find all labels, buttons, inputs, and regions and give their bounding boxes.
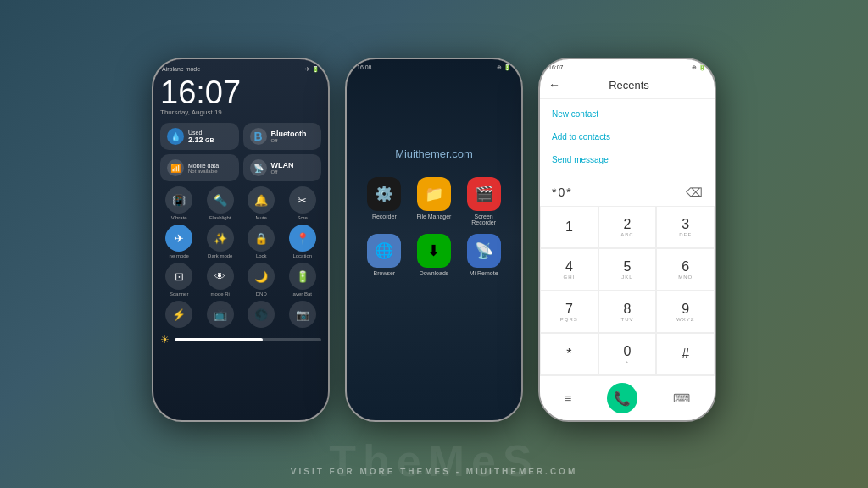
- btn-mute[interactable]: 🔔 Mute: [242, 186, 281, 220]
- left-date: Thursday, August 19: [160, 108, 321, 116]
- back-button[interactable]: ←: [548, 78, 560, 92]
- btn-lock[interactable]: 🔒 Lock: [242, 225, 281, 258]
- right-status-bar: 16:07 ⊕ 🔋: [540, 59, 715, 71]
- dial-key-9[interactable]: 9WXYZ: [656, 291, 715, 333]
- screenshot-icon: 📷: [289, 301, 316, 328]
- tile-wlan[interactable]: 📡 WLAN Off: [243, 154, 322, 181]
- dial-key-8[interactable]: 8TUV: [598, 291, 657, 333]
- menu-new-contact[interactable]: New contact: [540, 103, 715, 125]
- call-button[interactable]: 📞: [607, 383, 637, 413]
- dialed-number: *0*: [552, 186, 573, 199]
- dial-key-hash[interactable]: #: [656, 333, 715, 375]
- cast-icon: 📺: [207, 301, 234, 328]
- tile-mobiledata[interactable]: 📶 Mobile data Not available: [160, 154, 239, 181]
- right-header: ← Recents: [540, 71, 715, 99]
- dial-key-6[interactable]: 6MNO: [656, 248, 715, 291]
- btn-airplane[interactable]: ✈ ne mode: [160, 225, 198, 258]
- middle-screen: 16:08 ⊕ 🔋 Miuithemer.com ⚙️ Recorder 📁 F…: [347, 59, 521, 420]
- miremote-icon: 📡: [467, 234, 501, 268]
- airplane-icon: ✈: [165, 225, 192, 252]
- menu-items: New contact Add to contacts Send message: [540, 99, 715, 175]
- keypad-icon[interactable]: ⌨: [673, 391, 690, 405]
- middle-status-bar: 16:08 ⊕ 🔋: [347, 59, 521, 71]
- menu-send-message[interactable]: Send message: [540, 148, 715, 171]
- brightness-bar[interactable]: [175, 338, 321, 341]
- left-status-left: Airplane mode: [162, 66, 200, 73]
- btn-vibrate[interactable]: 📳 Vibrate: [160, 186, 198, 220]
- brightness-icon: ☀: [160, 334, 170, 346]
- readingmode-icon: 👁: [207, 263, 234, 290]
- recorder-icon: ⚙️: [367, 177, 401, 211]
- watermark: VISIT FOR MORE THEMES - MIUITHEMER.COM: [0, 467, 868, 476]
- icon-grid-row2: ✈ ne mode ✨ Dark mode 🔒 Lock 📍 Location: [160, 225, 321, 258]
- quick-tiles: 💧 Used 2.12 GB B Bluetooth Off 📶: [160, 123, 321, 181]
- app-miremote[interactable]: 📡 Mi Remote: [463, 234, 504, 276]
- mute-icon: 🔔: [248, 186, 275, 214]
- btn-readingmode[interactable]: 👁 mode Ri: [202, 263, 240, 297]
- tile-data-icon: 💧: [167, 128, 184, 145]
- app-downloads[interactable]: ⬇ Downloads: [414, 234, 455, 276]
- delete-button[interactable]: ⌫: [686, 186, 703, 199]
- btn-scanner[interactable]: ⊡ Scanner: [160, 263, 198, 297]
- dialpad: 1 2ABC 3DEF 4GHI 5JKL 6MNO 7PQRS 8TUV 9W…: [540, 206, 715, 375]
- dial-key-1[interactable]: 1: [540, 206, 598, 248]
- screenrecorder-icon: 🎬: [467, 177, 501, 211]
- left-status-right: ✈ 🔋: [305, 66, 320, 73]
- tile-bluetooth[interactable]: B Bluetooth Off: [243, 123, 322, 150]
- btn-power[interactable]: ⚡: [160, 301, 198, 330]
- btn-location[interactable]: 📍 Location: [284, 225, 322, 258]
- filemanager-icon: 📁: [417, 177, 451, 211]
- app-filemanager[interactable]: 📁 File Manager: [414, 177, 455, 225]
- brightness-fill: [175, 338, 263, 341]
- tile-bluetooth-icon: B: [250, 128, 267, 145]
- display-number: *0* ⌫: [540, 179, 715, 206]
- app-screenrecorder[interactable]: 🎬 Screen Recorder: [463, 177, 504, 225]
- tile-data-info: Used 2.12 GB: [188, 130, 214, 144]
- tile-wlan-info: WLAN Off: [271, 161, 294, 175]
- phone-right: 16:07 ⊕ 🔋 ← Recents New contact Add to c…: [538, 58, 716, 422]
- app-folder: ⚙️ Recorder 📁 File Manager 🎬 Screen Reco…: [347, 177, 521, 276]
- phone-middle: 16:08 ⊕ 🔋 Miuithemer.com ⚙️ Recorder 📁 F…: [345, 58, 523, 422]
- btn-screenshot[interactable]: 📷: [284, 301, 322, 330]
- dial-key-7[interactable]: 7PQRS: [540, 291, 598, 333]
- dial-key-2[interactable]: 2ABC: [598, 206, 657, 248]
- btn-battery[interactable]: 🔋 aver Bat: [284, 263, 322, 297]
- btn-dnd[interactable]: 🌙 DND: [242, 263, 281, 297]
- dial-key-5[interactable]: 5JKL: [598, 248, 657, 291]
- battery-icon: 🔋: [289, 263, 316, 290]
- tile-mobiledata-info: Mobile data Not available: [188, 163, 219, 174]
- btn-nightmode[interactable]: 🌑: [242, 301, 281, 330]
- downloads-icon: ⬇: [417, 234, 451, 268]
- btn-flashlight[interactable]: 🔦 Flashlight: [202, 186, 240, 220]
- dial-key-4[interactable]: 4GHI: [540, 248, 598, 291]
- tile-wlan-icon: 📡: [250, 159, 267, 176]
- tile-mobiledata-icon: 📶: [167, 159, 184, 176]
- dial-key-0[interactable]: 0+: [598, 333, 657, 375]
- dial-key-3[interactable]: 3DEF: [656, 206, 715, 248]
- phones-container: Airplane mode ✈ 🔋 16:07 Thursday, August…: [152, 58, 716, 422]
- header-title: Recents: [569, 79, 689, 92]
- brightness-row: ☀: [160, 334, 321, 346]
- menu-icon[interactable]: ≡: [565, 391, 571, 405]
- dial-key-star[interactable]: *: [540, 333, 598, 375]
- icon-grid-row4: ⚡ 📺 🌑 📷: [160, 301, 321, 330]
- lock-icon: 🔒: [248, 225, 275, 252]
- phone-left: Airplane mode ✈ 🔋 16:07 Thursday, August…: [152, 58, 330, 422]
- left-screen: Airplane mode ✈ 🔋 16:07 Thursday, August…: [153, 59, 328, 420]
- app-browser[interactable]: 🌐 Browser: [364, 234, 405, 276]
- right-status-right: ⊕ 🔋: [692, 64, 706, 71]
- app-recorder[interactable]: ⚙️ Recorder: [364, 177, 405, 225]
- left-status-bar: Airplane mode ✈ 🔋: [160, 66, 321, 73]
- screen-icon: ✂: [289, 186, 316, 214]
- icon-grid-row3: ⊡ Scanner 👁 mode Ri 🌙 DND 🔋 aver Bat: [160, 263, 321, 297]
- flashlight-icon: 🔦: [207, 186, 234, 214]
- themes-background-text: TheMeS: [329, 435, 538, 486]
- nightmode-icon: 🌑: [248, 301, 275, 328]
- power-icon: ⚡: [165, 301, 192, 328]
- right-bottom-bar: ≡ 📞 ⌨: [540, 375, 715, 420]
- menu-add-contact[interactable]: Add to contacts: [540, 125, 715, 148]
- btn-darkmode[interactable]: ✨ Dark mode: [202, 225, 240, 258]
- btn-screen[interactable]: ✂ Scre: [284, 186, 322, 220]
- tile-data[interactable]: 💧 Used 2.12 GB: [160, 123, 239, 150]
- btn-cast[interactable]: 📺: [202, 301, 240, 330]
